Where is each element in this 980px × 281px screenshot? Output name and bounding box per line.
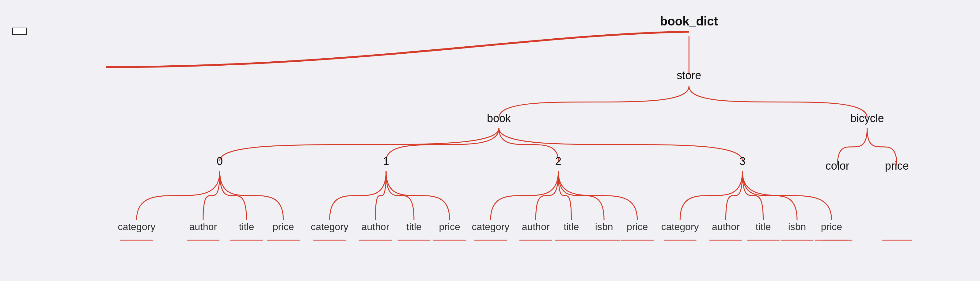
case-label: [12, 28, 27, 35]
leaf-category: category: [472, 221, 510, 233]
node-book: book: [487, 112, 511, 125]
leaf-price: price: [627, 221, 648, 233]
leaf-category: category: [118, 221, 155, 233]
leaf-author: author: [712, 221, 740, 233]
leaf-author: author: [189, 221, 217, 233]
node-store: store: [677, 69, 701, 82]
leaf-category: category: [661, 221, 699, 233]
node-3: 3: [740, 155, 746, 168]
tree-svg: [0, 0, 980, 281]
node-color: color: [826, 160, 850, 172]
leaf-author: author: [522, 221, 550, 233]
node-bicycle: bicycle: [850, 112, 884, 125]
node-2: 2: [555, 155, 562, 168]
leaf-isbn: isbn: [788, 221, 806, 233]
node-1: 1: [383, 155, 389, 168]
leaf-author: author: [361, 221, 390, 233]
node-book-dict: book_dict: [660, 14, 718, 28]
leaf-price: price: [821, 221, 842, 233]
leaf-title: title: [756, 221, 771, 233]
leaf-title: title: [239, 221, 254, 233]
leaf-price: price: [439, 221, 460, 233]
leaf-title: title: [406, 221, 422, 233]
node-0: 0: [216, 155, 223, 168]
leaf-price: price: [273, 221, 294, 233]
node-price: price: [885, 160, 909, 172]
leaf-category: category: [311, 221, 348, 233]
leaf-isbn: isbn: [595, 221, 613, 233]
tree-diagram: book_dictstorebookbicycle0123colorpricec…: [0, 0, 980, 281]
leaf-title: title: [564, 221, 579, 233]
